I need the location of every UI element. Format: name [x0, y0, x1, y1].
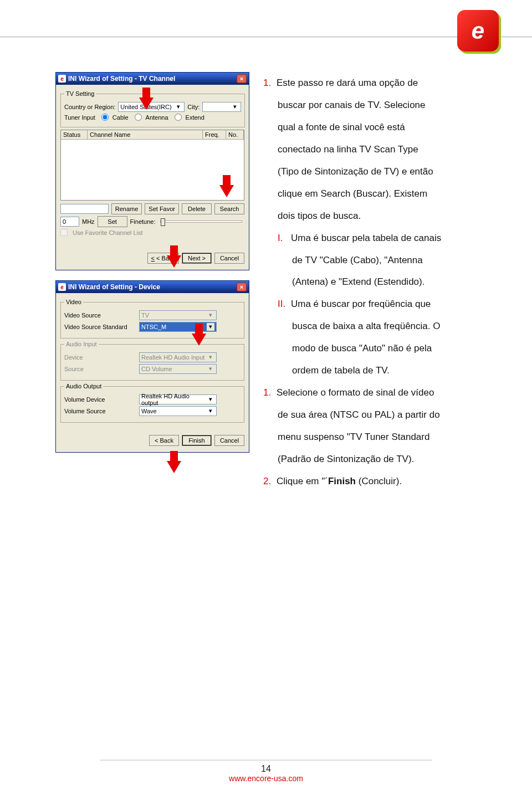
favorite-list-label: Use Favorite Channel List: [73, 229, 143, 236]
cancel-button[interactable]: Cancel: [214, 253, 244, 264]
channel-grid[interactable]: Status Channel Name Freq. No.: [60, 130, 244, 201]
callout-arrow-icon: [167, 255, 181, 268]
video-std-label: Video Source Standard: [64, 324, 136, 330]
volume-device-value: Realtek HD Audio output: [141, 393, 207, 406]
audio-source-label: Source: [64, 366, 136, 372]
groupbox-audioin-label: Audio Input: [64, 341, 99, 347]
chevron-down-icon: ▾: [207, 353, 214, 361]
close-icon[interactable]: ×: [237, 74, 247, 83]
next-button[interactable]: Next >: [182, 253, 212, 264]
city-combo[interactable]: ▾: [202, 102, 241, 112]
search-button[interactable]: Search: [214, 203, 244, 214]
mhz-label: MHz: [82, 218, 95, 225]
back-button[interactable]: < Back: [149, 435, 179, 446]
volume-source-combo[interactable]: Wave▾: [139, 406, 217, 416]
close-icon[interactable]: ×: [237, 283, 247, 291]
video-source-label: Video Source: [64, 312, 136, 319]
finetune-label: Finetune:: [130, 218, 156, 225]
groupbox-tvsetting-label: TV Setting: [64, 90, 96, 97]
wizard-window-device: e INI Wizard of Setting - Device × Video…: [55, 280, 249, 453]
freq-input[interactable]: 0: [60, 217, 79, 227]
radio-extend-label: Extend: [186, 114, 204, 121]
radio-antenna[interactable]: [135, 114, 142, 121]
city-label: City:: [187, 104, 200, 110]
groupbox-audioout-label: Audio Output: [64, 383, 103, 389]
callout-arrow-icon: [219, 185, 234, 197]
radio-extend[interactable]: [175, 114, 182, 121]
groupbox-video-label: Video: [64, 299, 83, 305]
page-number: 14: [0, 764, 532, 774]
video-source-combo: TV▾: [139, 310, 217, 320]
volume-device-combo[interactable]: Realtek HD Audio output▾: [139, 394, 217, 404]
chevron-down-icon: ▾: [207, 407, 214, 415]
col-status: Status: [61, 130, 88, 139]
callout-arrow-icon: [192, 334, 206, 346]
volume-source-label: Volume Source: [64, 408, 136, 414]
instruction-text: 1.Este passo re dará uma opção de buscar…: [263, 72, 485, 493]
chevron-down-icon: ▾: [207, 365, 214, 373]
col-name: Channel Name: [88, 130, 203, 139]
callout-arrow-icon: [167, 461, 181, 473]
window-title: INI Wizard of Setting - Device: [68, 283, 160, 291]
footer-url: www.encore-usa.com: [0, 774, 532, 783]
page-footer: 14 www.encore-usa.com: [0, 760, 532, 783]
chevron-down-icon: ▾: [175, 103, 182, 111]
setfavor-button[interactable]: Set Favor: [145, 203, 179, 214]
cancel-button[interactable]: Cancel: [214, 435, 244, 446]
video-std-value: NTSC_M: [141, 324, 166, 330]
tuner-label: Tuner Input: [64, 114, 95, 121]
chevron-down-icon: ▾: [207, 311, 214, 319]
window-title: INI Wizard of Setting - TV Channel: [68, 75, 175, 83]
rename-input[interactable]: [60, 204, 109, 214]
col-no: No.: [226, 130, 244, 139]
app-icon: e: [58, 75, 66, 83]
video-source-value: TV: [141, 312, 149, 319]
titlebar[interactable]: e INI Wizard of Setting - Device ×: [56, 281, 249, 293]
country-label: Country or Region:: [64, 104, 115, 110]
brand-logo: e: [457, 10, 499, 52]
video-std-combo[interactable]: NTSC_M▾: [139, 322, 217, 332]
radio-cable-label: Cable: [112, 114, 129, 121]
favorite-list-checkbox: [60, 229, 68, 236]
callout-arrow-icon: [139, 98, 154, 110]
set-button[interactable]: Set: [98, 216, 127, 227]
wizard-window-tv-channel: e INI Wizard of Setting - TV Channel × T…: [55, 72, 249, 270]
audio-device-value: Realtek HD Audio Input: [141, 354, 204, 361]
audio-source-combo: CD Volume▾: [139, 364, 217, 374]
finish-button[interactable]: Finish: [182, 435, 212, 446]
chevron-down-icon: ▾: [231, 103, 239, 111]
radio-antenna-label: Antenna: [146, 114, 168, 121]
volume-source-value: Wave: [141, 408, 157, 414]
audio-device-combo: Realtek HD Audio Input▾: [139, 352, 217, 362]
app-icon: e: [58, 283, 66, 291]
volume-device-label: Volume Device: [64, 396, 136, 403]
rename-button[interactable]: Rename: [111, 203, 142, 214]
audio-device-label: Device: [64, 354, 136, 361]
titlebar[interactable]: e INI Wizard of Setting - TV Channel ×: [56, 73, 249, 85]
chevron-down-icon: ▾: [207, 323, 214, 331]
radio-cable[interactable]: [101, 114, 109, 121]
col-freq: Freq.: [203, 130, 226, 139]
audio-source-value: CD Volume: [141, 366, 172, 372]
finetune-slider[interactable]: [160, 221, 242, 223]
delete-button[interactable]: Delete: [182, 203, 212, 214]
chevron-down-icon: ▾: [207, 396, 214, 403]
